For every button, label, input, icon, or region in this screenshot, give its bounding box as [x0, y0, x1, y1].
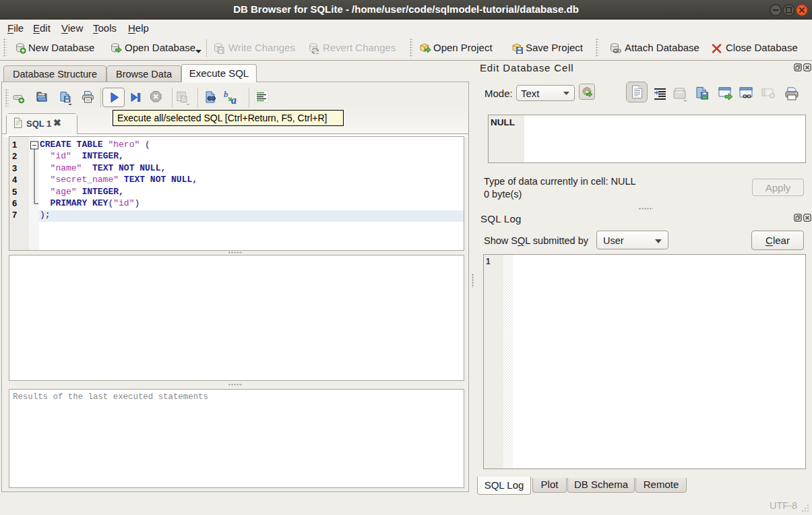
svg-text:b: b	[224, 90, 228, 99]
svg-text:a: a	[231, 94, 237, 104]
